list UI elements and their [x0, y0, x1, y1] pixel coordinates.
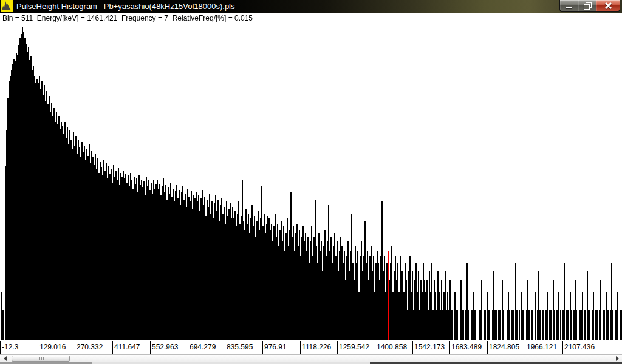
axis-tick	[112, 341, 113, 354]
axis-tick-label: 694.279	[190, 343, 216, 351]
axis-tick-label: 1966.121	[527, 343, 557, 351]
scrollbar-thumb[interactable]	[12, 356, 70, 362]
axis-tick-label: 976.91	[264, 343, 287, 351]
cursor-line	[388, 251, 389, 341]
axis-tick	[0, 341, 1, 354]
axis-tick	[38, 341, 38, 354]
window-title: PulseHeight Histogram Pb+yasashio(48kHz1…	[16, 1, 235, 12]
axis-tick	[525, 341, 525, 354]
axis-tick	[449, 341, 450, 354]
axis-tick	[487, 341, 488, 354]
horizontal-scrollbar[interactable]	[0, 354, 622, 362]
axis-tick-label: 835.595	[227, 343, 253, 351]
axis-tick-label: 552.963	[152, 343, 178, 351]
histogram-canvas[interactable]	[0, 13, 622, 340]
app-icon	[1, 0, 13, 12]
x-axis: -12.3129.016270.332411.647552.963694.279…	[0, 340, 622, 354]
scroll-right-button[interactable]	[612, 355, 622, 362]
axis-tick-label: 129.016	[39, 343, 66, 351]
axis-tick-label: 411.647	[114, 343, 140, 351]
axis-tick-label: 270.332	[77, 343, 103, 351]
status-readout: Bin = 511 Energy/[keV] = 1461.421 Freque…	[2, 15, 253, 22]
axis-tick	[188, 341, 188, 354]
close-icon	[604, 2, 612, 10]
axis-tick-label: 1259.542	[339, 343, 369, 351]
axis-tick-label: 2107.436	[564, 343, 595, 351]
arrow-left-icon	[4, 356, 7, 361]
axis-tick-label: 1683.489	[451, 343, 482, 351]
axis-tick	[562, 341, 563, 354]
arrow-right-icon	[616, 356, 619, 361]
close-button[interactable]	[596, 0, 620, 12]
axis-tick	[300, 341, 301, 354]
axis-tick	[225, 341, 225, 354]
window-controls	[559, 0, 620, 12]
title-bar[interactable]: PulseHeight Histogram Pb+yasashio(48kHz1…	[0, 0, 622, 13]
axis-tick	[150, 341, 151, 354]
axis-tick-label: 1400.858	[377, 343, 407, 351]
axis-tick-label: -12.3	[2, 343, 18, 351]
axis-tick	[375, 341, 375, 354]
axis-tick	[412, 341, 413, 354]
scroll-left-button[interactable]	[0, 355, 10, 362]
axis-tick	[75, 341, 75, 354]
axis-tick-label: 1542.173	[414, 343, 445, 351]
app-window: PulseHeight Histogram Pb+yasashio(48kHz1…	[0, 0, 622, 364]
axis-tick-label: 1118.226	[302, 343, 331, 351]
grip-icon	[38, 357, 44, 360]
restore-button[interactable]	[578, 0, 596, 12]
minimize-icon	[566, 7, 572, 8]
minimize-button[interactable]	[559, 0, 578, 12]
restore-icon	[584, 2, 591, 9]
axis-tick-label: 1824.805	[489, 343, 519, 351]
axis-tick	[337, 341, 338, 354]
axis-tick	[262, 341, 263, 354]
